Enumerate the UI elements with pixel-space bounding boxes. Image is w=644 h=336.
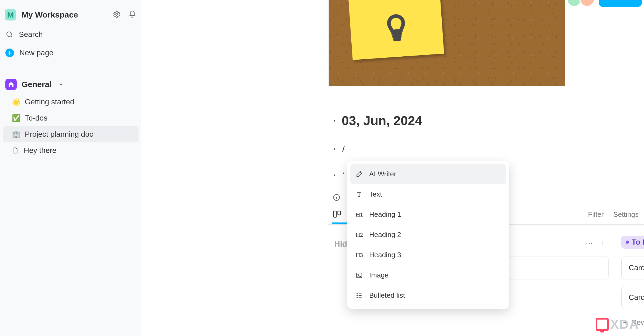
sidebar: M My Workspace Search + New page Ge [0, 0, 141, 336]
menu-item-image[interactable]: Image [350, 265, 506, 285]
bulleted-list-icon [355, 292, 363, 300]
doc-heading-row[interactable]: 03, Jun, 2024 [333, 113, 644, 128]
building-icon: 🏢 [12, 130, 20, 139]
menu-item-text[interactable]: Text [350, 184, 506, 204]
xda-text: XDA [610, 317, 639, 332]
sidebar-page-project-planning[interactable]: 🏢 Project planning doc [3, 126, 139, 142]
svg-point-9 [357, 297, 358, 298]
menu-item-label: Image [369, 271, 389, 279]
space-header[interactable]: General [3, 75, 139, 94]
svg-point-7 [357, 293, 358, 294]
menu-item-heading-2[interactable]: H2 Heading 2 [350, 225, 506, 245]
text-icon [355, 190, 363, 198]
sidebar-page-getting-started[interactable]: 🌟 Getting started [3, 94, 139, 110]
lightbulb-icon [373, 2, 419, 48]
board-columns: To Do ···+ Card 2 Card 3 +New Do +N [621, 236, 644, 330]
sidebar-page-todos[interactable]: ✅ To-dos [3, 110, 139, 126]
status-pill-todo[interactable]: To Do [621, 236, 644, 249]
sidebar-page-hey-there[interactable]: Hey there [3, 142, 139, 159]
new-page-label: New page [19, 49, 53, 57]
menu-item-ai-writer[interactable]: AI Writer [350, 164, 506, 184]
caret-right-icon[interactable] [333, 119, 337, 123]
space-name: General [22, 80, 52, 89]
caret-right-icon[interactable] [333, 173, 337, 177]
settings-icon[interactable] [113, 10, 121, 19]
sparkle-icon: 🌟 [12, 98, 20, 106]
card[interactable]: Card 2 [621, 256, 644, 279]
svg-point-6 [358, 274, 359, 275]
menu-item-label: Heading 3 [369, 251, 401, 259]
check-icon: ✅ [12, 114, 20, 122]
new-page-button[interactable]: + New page [3, 44, 139, 62]
page-label: Getting started [25, 98, 74, 106]
column-no-status-actions: ··· + [586, 238, 605, 248]
document-icon [12, 147, 19, 154]
avatar[interactable] [579, 0, 595, 7]
caret-right-icon[interactable] [333, 147, 337, 151]
menu-item-label: Heading 2 [369, 231, 401, 239]
menu-item-label: Bulleted list [369, 291, 405, 300]
notifications-icon[interactable] [128, 10, 136, 19]
top-right-controls [566, 0, 642, 7]
cork-board [329, 0, 565, 86]
hidden-group-label[interactable]: Hid [334, 239, 347, 249]
date-heading: 03, Jun, 2024 [342, 113, 422, 128]
svg-rect-4 [338, 211, 341, 215]
menu-item-label: AI Writer [369, 170, 396, 178]
plus-icon[interactable]: + [601, 238, 605, 248]
menu-item-label: Heading 1 [369, 210, 401, 219]
chevron-down-icon [58, 82, 64, 87]
page-label: Project planning doc [25, 130, 93, 139]
page-label: Hey there [24, 146, 56, 155]
h3-icon: H3 [355, 251, 363, 259]
workspace-switcher[interactable]: M My Workspace [3, 6, 139, 25]
main-content: 03, Jun, 2024 / ‘ Filter Settings Hi [141, 0, 644, 336]
svg-point-0 [116, 13, 118, 15]
doc-slash-row[interactable]: / [333, 144, 644, 154]
plus-icon: + [5, 49, 14, 57]
menu-item-heading-3[interactable]: H3 Heading 3 [350, 245, 506, 265]
tab-underline [332, 222, 348, 224]
board-toolbar: Filter Settings [588, 210, 639, 219]
apostrophe-text: ‘ [342, 170, 344, 180]
more-icon[interactable]: ··· [586, 238, 593, 248]
search-label: Search [19, 30, 43, 39]
menu-item-heading-1[interactable]: H1 Heading 1 [350, 204, 506, 225]
search-button[interactable]: Search [3, 25, 139, 44]
ai-writer-icon [355, 170, 363, 178]
page-label: To-dos [25, 114, 47, 122]
xda-logo-icon [596, 318, 609, 331]
column-to-do: To Do ···+ Card 2 Card 3 +New [621, 236, 644, 330]
svg-rect-3 [334, 211, 336, 217]
cover-image[interactable] [328, 0, 565, 86]
slash-text: / [342, 144, 345, 154]
svg-point-1 [7, 32, 12, 37]
h2-icon: H2 [355, 231, 363, 239]
sticky-note [347, 0, 444, 60]
image-icon [355, 271, 363, 279]
card[interactable]: Card 3 [621, 286, 644, 309]
filter-button[interactable]: Filter [588, 210, 604, 219]
xda-watermark: XDA [596, 317, 639, 332]
menu-item-bulleted-list[interactable]: Bulleted list [350, 285, 506, 306]
workspace-name: My Workspace [22, 10, 113, 19]
share-button[interactable] [599, 0, 642, 7]
settings-button[interactable]: Settings [613, 210, 639, 219]
svg-point-8 [357, 295, 358, 296]
workspace-badge: M [5, 9, 16, 20]
menu-item-label: Text [369, 190, 382, 198]
slash-command-menu: AI Writer Text H1 Heading 1 H2 Heading 2… [347, 161, 509, 309]
home-icon [5, 79, 17, 90]
h1-icon: H1 [355, 211, 363, 219]
